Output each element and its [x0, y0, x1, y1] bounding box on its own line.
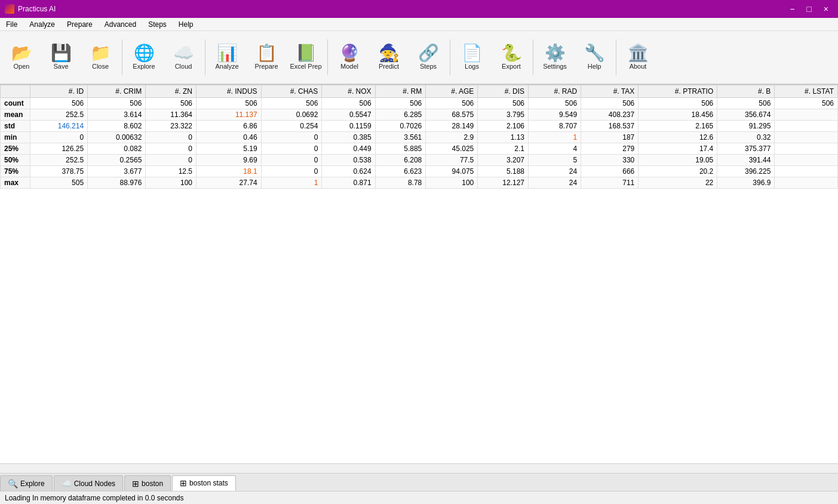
table-row: mean252.53.61411.36411.1370.06920.55476.…: [1, 109, 838, 121]
menu-item-advanced[interactable]: Advanced: [99, 19, 142, 30]
model-icon: 🔮: [339, 45, 360, 62]
prepare-button[interactable]: 📋Prepare: [247, 33, 286, 81]
col-header-6: #. NOX: [322, 85, 375, 98]
menu-item-help[interactable]: Help: [173, 19, 199, 30]
col-header-2: #. CRIM: [88, 85, 146, 98]
cell-0-12: 506: [717, 98, 775, 109]
steps-button[interactable]: 🔗Steps: [409, 33, 447, 81]
predict-icon: 🧙: [379, 45, 400, 62]
cloud-icon: ☁️: [173, 45, 194, 62]
tab-boston-stats[interactable]: ⊞boston stats: [172, 475, 236, 491]
cell-4-5: 0.449: [322, 143, 375, 155]
cell-1-13: [775, 109, 838, 121]
tab-explore[interactable]: 🔍Explore: [0, 475, 53, 491]
cell-1-6: 6.285: [375, 109, 426, 121]
cell-4-10: 279: [581, 143, 639, 155]
close-button[interactable]: ×: [819, 3, 833, 15]
cell-0-7: 506: [426, 98, 478, 109]
cell-3-1: 0.00632: [88, 132, 146, 143]
cell-3-4: 0: [261, 132, 322, 143]
cell-2-0: 146.214: [30, 121, 88, 132]
title-bar-left: Practicus AI: [5, 4, 56, 14]
row-label-4: 25%: [1, 143, 30, 155]
tab-label-boston: boston: [142, 480, 163, 488]
cell-2-11: 2.165: [639, 121, 717, 132]
cell-2-8: 2.106: [478, 121, 529, 132]
cell-2-6: 0.7026: [375, 121, 426, 132]
toolbar-separator-5: [205, 39, 205, 75]
cell-7-7: 100: [426, 177, 478, 189]
about-icon: 🏛️: [628, 45, 649, 62]
explore-icon: 🌐: [134, 45, 155, 62]
row-label-2: std: [1, 121, 30, 132]
export-button[interactable]: 🐍Export: [492, 33, 530, 81]
cell-6-4: 0: [261, 166, 322, 177]
cell-1-11: 18.456: [639, 109, 717, 121]
cell-7-13: [775, 177, 838, 189]
minimize-button[interactable]: −: [785, 3, 799, 15]
cell-4-12: 375.377: [717, 143, 775, 155]
title-bar-controls: − □ ×: [785, 3, 833, 15]
export-icon: 🐍: [501, 45, 522, 62]
help-button[interactable]: 🔧Help: [575, 33, 613, 81]
cell-1-10: 408.237: [581, 109, 639, 121]
cell-5-11: 19.05: [639, 155, 717, 166]
status-bar: Loading In memory dataframe completed in…: [0, 491, 838, 504]
cell-5-3: 9.69: [197, 155, 262, 166]
cell-6-12: 396.225: [717, 166, 775, 177]
open-button[interactable]: 📂Open: [2, 33, 41, 81]
toolbar-separator-13: [533, 39, 533, 75]
cell-2-13: [775, 121, 838, 132]
steps-label: Steps: [420, 63, 437, 70]
main-content: #. ID#. CRIM#. ZN#. INDUS#. CHAS#. NOX#.…: [0, 85, 838, 473]
close-button[interactable]: 📁Close: [81, 33, 119, 81]
tab-cloud-nodes[interactable]: ☁️Cloud Nodes: [54, 475, 123, 491]
settings-button[interactable]: ⚙️Settings: [536, 33, 574, 81]
col-header-13: #. B: [717, 85, 775, 98]
cell-3-10: 187: [581, 132, 639, 143]
table-row: min00.0063200.4600.3853.5612.91.13118712…: [1, 132, 838, 143]
cloud-button[interactable]: ☁️Cloud: [164, 33, 202, 81]
cell-3-8: 1.13: [478, 132, 529, 143]
cell-7-5: 0.871: [322, 177, 375, 189]
maximize-button[interactable]: □: [802, 3, 816, 15]
row-label-3: min: [1, 132, 30, 143]
cell-3-3: 0.46: [197, 132, 262, 143]
tab-icon-boston: ⊞: [132, 479, 139, 488]
cell-4-11: 17.4: [639, 143, 717, 155]
menu-item-prepare[interactable]: Prepare: [61, 19, 99, 30]
tab-icon-cloud-nodes: ☁️: [62, 479, 72, 488]
col-header-8: #. AGE: [426, 85, 478, 98]
col-header-4: #. INDUS: [197, 85, 262, 98]
toolbar-separator-3: [122, 39, 122, 75]
excel-prep-button[interactable]: 📗Excel Prep: [287, 33, 325, 81]
excel-prep-icon: 📗: [296, 45, 317, 62]
tab-boston[interactable]: ⊞boston: [124, 475, 171, 491]
explore-button[interactable]: 🌐Explore: [125, 33, 163, 81]
cell-5-13: [775, 155, 838, 166]
col-header-1: #. ID: [30, 85, 88, 98]
horizontal-scrollbar[interactable]: [0, 463, 838, 473]
tab-bar: 🔍Explore☁️Cloud Nodes⊞boston⊞boston stat…: [0, 473, 838, 491]
menu-item-steps[interactable]: Steps: [142, 19, 173, 30]
cell-4-6: 5.885: [375, 143, 426, 155]
cell-1-4: 0.0692: [261, 109, 322, 121]
cell-7-9: 24: [529, 177, 581, 189]
predict-label: Predict: [379, 63, 399, 70]
analyze-button[interactable]: 📊Analyze: [208, 33, 246, 81]
model-button[interactable]: 🔮Model: [330, 33, 369, 81]
cell-5-5: 0.538: [322, 155, 375, 166]
menu-item-file[interactable]: File: [0, 19, 23, 30]
cell-6-2: 12.5: [146, 166, 197, 177]
col-header-9: #. DIS: [478, 85, 529, 98]
cell-6-7: 94.075: [426, 166, 478, 177]
predict-button[interactable]: 🧙Predict: [370, 33, 408, 81]
steps-icon: 🔗: [418, 45, 439, 62]
menu-item-analyze[interactable]: Analyze: [23, 19, 61, 30]
save-button[interactable]: 💾Save: [42, 33, 80, 81]
data-table-area[interactable]: #. ID#. CRIM#. ZN#. INDUS#. CHAS#. NOX#.…: [0, 85, 838, 463]
logs-button[interactable]: 📄Logs: [453, 33, 491, 81]
about-button[interactable]: 🏛️About: [619, 33, 657, 81]
open-label: Open: [14, 63, 30, 70]
help-icon: 🔧: [584, 45, 605, 62]
